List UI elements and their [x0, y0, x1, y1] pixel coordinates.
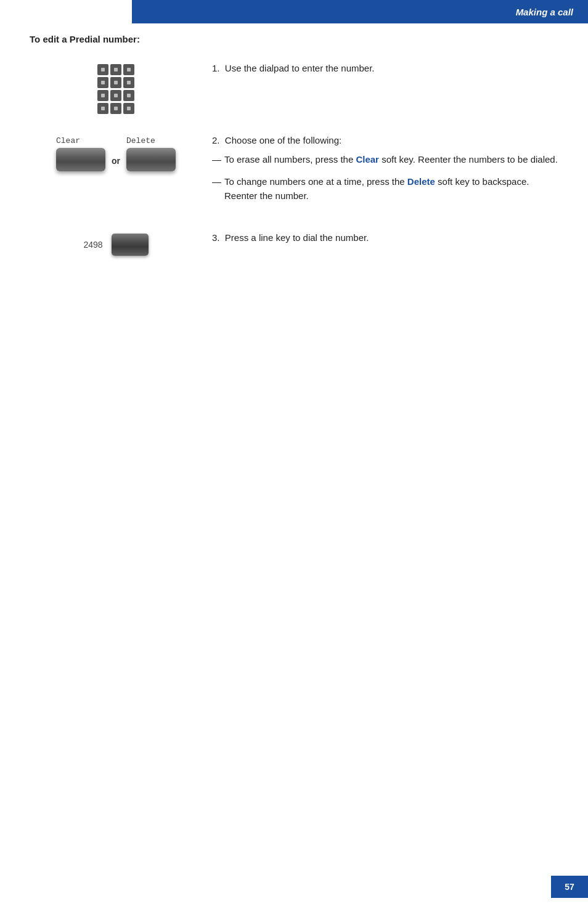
line-key-button[interactable] [112, 234, 149, 256]
steps-container: 1. Use the dialpad to enter the number. … [30, 62, 558, 275]
clear-key-button[interactable] [56, 148, 105, 171]
dialpad-cell [110, 77, 121, 88]
step-2-intro: Choose one of the following: [225, 135, 341, 145]
step-1-row: 1. Use the dialpad to enter the number. [30, 62, 558, 114]
step-2-body: 2. Choose one of the following: To erase… [212, 134, 558, 203]
dialpad-cell [97, 64, 108, 75]
dialpad-cell [123, 103, 134, 114]
header-bar: Making a call [132, 0, 588, 23]
bullet-1-text-after: soft key. Reenter the numbers to be dial… [379, 154, 558, 165]
step-1-text-area: 1. Use the dialpad to enter the number. [202, 62, 558, 76]
or-label: or [112, 156, 120, 166]
step-1-instruction: Use the dialpad to enter the number. [225, 63, 375, 73]
bullet-1-text-before: To erase all numbers, press the [224, 154, 356, 165]
dialpad-cell [123, 90, 134, 101]
delete-key-button[interactable] [126, 148, 176, 171]
bullet-2-highlight: Delete [407, 176, 435, 187]
line-key-group: 2498 [83, 234, 148, 256]
clear-key-item: Clear [56, 136, 105, 171]
dialpad-cell [97, 77, 108, 88]
section-heading: To edit a Predial number: [30, 34, 558, 44]
step-3-number: 3. [212, 232, 225, 243]
step-3-instruction: Press a line key to dial the number. [225, 232, 369, 243]
step-2-image: Clear or Delete [30, 134, 202, 171]
bullet-1-highlight: Clear [356, 154, 379, 165]
step-2-row: Clear or Delete 2. Choose one of the fol… [30, 134, 558, 211]
step-3-row: 2498 3. Press a line key to dial the num… [30, 231, 558, 256]
clear-key-label: Clear [56, 136, 80, 145]
page-number: 57 [551, 876, 588, 898]
step-2-bullets: To erase all numbers, press the Clear so… [212, 153, 558, 203]
step-1-number: 1. [212, 63, 225, 73]
step-2-text-area: 2. Choose one of the following: To erase… [202, 134, 558, 211]
dialpad-cell [110, 64, 121, 75]
step-3-text-area: 3. Press a line key to dial the number. [202, 231, 558, 245]
header-title: Making a call [516, 7, 573, 17]
step-3-image: 2498 [30, 231, 202, 256]
delete-key-label: Delete [126, 136, 155, 145]
dialpad-cell [97, 90, 108, 101]
softkey-group: Clear or Delete [56, 136, 176, 171]
bullet-1: To erase all numbers, press the Clear so… [212, 153, 558, 167]
main-content: To edit a Predial number: [30, 34, 558, 275]
bullet-2: To change numbers one at a time, press t… [212, 175, 558, 203]
dialpad-cell [123, 77, 134, 88]
dialpad-cell [110, 90, 121, 101]
dialpad-cell [123, 64, 134, 75]
number-display: 2498 [83, 240, 102, 250]
step-3-body: 3. Press a line key to dial the number. [212, 231, 558, 245]
dialpad-icon [97, 64, 134, 114]
dialpad-cell [110, 103, 121, 114]
bullet-2-text-before: To change numbers one at a time, press t… [224, 176, 407, 187]
step-1-body: 1. Use the dialpad to enter the number. [212, 62, 558, 76]
step-2-number: 2. [212, 135, 225, 145]
dialpad-cell [97, 103, 108, 114]
step-1-image [30, 62, 202, 114]
delete-key-item: Delete [126, 136, 176, 171]
